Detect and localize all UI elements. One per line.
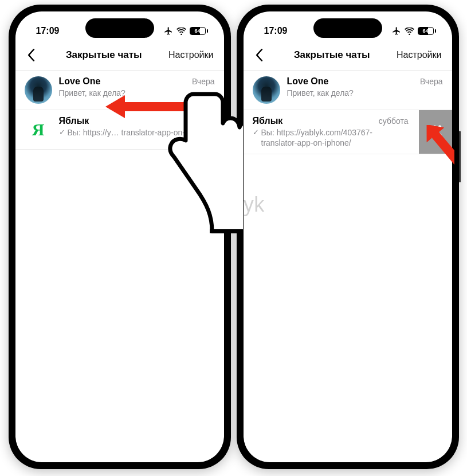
battery-level: 64 — [418, 27, 434, 35]
airplane-icon — [164, 26, 173, 36]
chat-row[interactable]: Я Яблык …ббота ✓ Вы: https://y… translat… — [15, 110, 224, 150]
chat-list: Love One Вчера Привет, как дела? Яблык с… — [244, 71, 452, 154]
chat-name: Love One — [59, 76, 101, 87]
checkmark-icon: ✓ — [59, 128, 65, 138]
chat-time: Вчера — [420, 77, 443, 86]
chat-preview: Вы: https://y… translator-app-on-iph…e/ — [68, 127, 211, 138]
chat-time: суббота — [379, 116, 409, 126]
chat-time: Вчера — [192, 77, 215, 86]
status-time: 17:09 — [264, 26, 288, 36]
dynamic-island — [313, 18, 382, 38]
screen: 17:09 64 Закр — [244, 11, 452, 462]
phone-left: 17:09 64 Закр — [9, 5, 231, 469]
nav-header: Закрытые чаты Настройки — [15, 42, 224, 71]
chat-name: Love One — [287, 76, 329, 87]
phone-right: 17:09 64 Закр — [237, 5, 459, 469]
settings-button[interactable]: Настройки — [168, 50, 213, 60]
battery-level: 64 — [190, 27, 206, 35]
avatar — [253, 76, 280, 104]
chat-preview: Вы: https://yablyk.com/403767-translator… — [261, 127, 409, 148]
chat-time: …ббота — [185, 116, 215, 126]
back-button[interactable] — [23, 47, 40, 63]
avatar — [25, 76, 52, 104]
checkmark-icon: ✓ — [253, 128, 259, 138]
settings-button[interactable]: Настройки — [397, 50, 441, 60]
more-icon: ••• — [427, 124, 443, 129]
status-indicators: 64 — [164, 26, 208, 36]
chat-row[interactable]: Love One Вчера Привет, как дела? — [244, 71, 452, 110]
chat-list: Love One Вчера Привет, как дела? Я Яблык — [15, 71, 224, 150]
back-button[interactable] — [252, 47, 268, 63]
page-title: Закрытые чаты — [66, 49, 142, 61]
chat-preview: Привет, как дела? — [287, 88, 354, 98]
nav-header: Закрытые чаты Настройки — [244, 42, 452, 71]
wifi-icon — [176, 28, 186, 35]
chat-row[interactable]: Love One Вчера Привет, как дела? — [15, 71, 224, 110]
status-time: 17:09 — [36, 26, 60, 36]
page-title: Закрытые чаты — [294, 49, 370, 61]
avatar: Я — [25, 116, 52, 143]
wifi-icon — [405, 28, 414, 35]
swipe-more-label: Ещё — [428, 132, 442, 140]
airplane-icon — [392, 26, 401, 36]
chat-preview: Привет, как дела? — [59, 88, 125, 98]
swipe-more-button[interactable]: ••• Ещё — [419, 110, 452, 154]
chat-row-swiped[interactable]: Яблык суббота ✓ Вы: https://yablyk.com/4… — [244, 110, 452, 154]
battery-indicator: 64 — [418, 27, 436, 35]
chat-name: Яблык — [59, 116, 89, 126]
battery-indicator: 64 — [190, 27, 208, 35]
dynamic-island — [85, 18, 154, 38]
status-indicators: 64 — [392, 26, 436, 36]
chat-name: Яблык — [253, 116, 283, 126]
screen: 17:09 64 Закр — [15, 11, 224, 462]
